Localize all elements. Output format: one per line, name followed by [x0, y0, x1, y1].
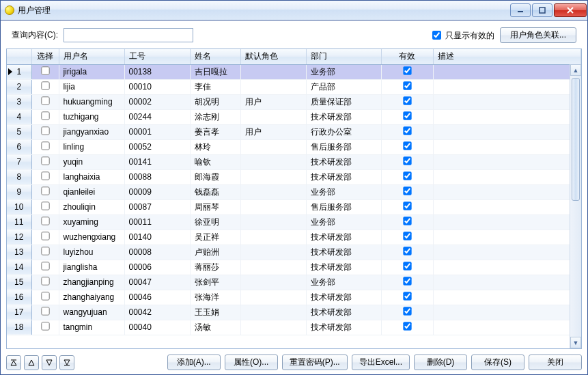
- cell-desc[interactable]: [433, 199, 581, 214]
- cell-role[interactable]: [240, 169, 306, 184]
- cell-valid[interactable]: [381, 320, 433, 335]
- cell-dept[interactable]: 技术研发部: [306, 320, 381, 335]
- row-select-checkbox[interactable]: [41, 202, 49, 210]
- cell-desc[interactable]: [433, 79, 581, 94]
- cell-empno[interactable]: 00042: [124, 305, 190, 320]
- cell-name[interactable]: 姜言孝: [190, 124, 240, 139]
- cell-role[interactable]: [240, 305, 306, 320]
- row-header[interactable]: 3: [7, 94, 31, 109]
- cell-valid[interactable]: [381, 245, 433, 260]
- cell-empno[interactable]: 00001: [124, 124, 190, 139]
- cell-dept[interactable]: 技术研发部: [306, 290, 381, 305]
- cell-role[interactable]: 用户: [240, 124, 306, 139]
- vertical-scrollbar[interactable]: ▲ ▼: [570, 64, 581, 348]
- cell-select[interactable]: [31, 214, 59, 230]
- row-select-checkbox[interactable]: [41, 111, 49, 120]
- cell-username[interactable]: yuqin: [59, 154, 124, 169]
- cell-desc[interactable]: [433, 154, 581, 169]
- cell-name[interactable]: 王玉娟: [190, 305, 240, 320]
- valid-checkbox[interactable]: [403, 292, 411, 300]
- cell-role[interactable]: 用户: [240, 94, 306, 109]
- cell-role[interactable]: [240, 64, 306, 79]
- cell-select[interactable]: [31, 139, 59, 154]
- cell-desc[interactable]: [433, 64, 581, 79]
- reset-password-button[interactable]: 重置密码(P)...: [282, 355, 348, 370]
- cell-empno[interactable]: 00010: [124, 79, 190, 94]
- cell-username[interactable]: tangmin: [59, 320, 124, 335]
- cell-name[interactable]: 郎海霞: [190, 169, 240, 184]
- cell-name[interactable]: 李佳: [190, 79, 240, 94]
- row-select-checkbox[interactable]: [41, 292, 49, 300]
- maximize-button[interactable]: [532, 3, 552, 17]
- row-select-checkbox[interactable]: [41, 141, 49, 150]
- valid-checkbox[interactable]: [403, 156, 411, 165]
- row-header[interactable]: 16: [7, 290, 31, 305]
- users-grid[interactable]: 选择 用户名 工号 姓名 默认角色 部门 有效 描述 1jirigala0013…: [6, 48, 582, 349]
- cell-dept[interactable]: 售后服务部: [306, 139, 381, 154]
- cell-empno[interactable]: 00009: [124, 184, 190, 199]
- row-select-checkbox[interactable]: [41, 232, 49, 240]
- cell-select[interactable]: [31, 320, 59, 335]
- cell-empno[interactable]: 00008: [124, 245, 190, 260]
- row-select-checkbox[interactable]: [41, 247, 49, 255]
- cell-valid[interactable]: [381, 124, 433, 139]
- cell-role[interactable]: [240, 260, 306, 275]
- cell-username[interactable]: zhouliqin: [59, 199, 124, 214]
- cell-empno[interactable]: 00244: [124, 109, 190, 124]
- cell-valid[interactable]: [381, 199, 433, 214]
- row-select-checkbox[interactable]: [41, 262, 49, 270]
- delete-button[interactable]: 删除(D): [414, 355, 467, 370]
- only-valid-checkbox[interactable]: [432, 31, 441, 40]
- cell-role[interactable]: [240, 154, 306, 169]
- cell-empno[interactable]: 00140: [124, 230, 190, 245]
- cell-name[interactable]: 喻钦: [190, 154, 240, 169]
- col-username[interactable]: 用户名: [59, 49, 124, 64]
- properties-button[interactable]: 属性(O)...: [225, 355, 278, 370]
- cell-dept[interactable]: 技术研发部: [306, 245, 381, 260]
- scroll-thumb[interactable]: [572, 78, 580, 201]
- search-input[interactable]: [64, 28, 193, 42]
- row-select-checkbox[interactable]: [41, 307, 49, 315]
- table-row[interactable]: 18tangmin00040汤敏技术研发部: [7, 320, 581, 335]
- cell-valid[interactable]: [381, 230, 433, 245]
- cell-dept[interactable]: 技术研发部: [306, 169, 381, 184]
- cell-dept[interactable]: 业务部: [306, 275, 381, 290]
- scroll-up-arrow[interactable]: ▲: [570, 64, 581, 76]
- table-row[interactable]: 17wangyujuan00042王玉娟技术研发部: [7, 305, 581, 320]
- cell-role[interactable]: [240, 184, 306, 199]
- table-row[interactable]: 16zhanghaiyang00046张海洋技术研发部: [7, 290, 581, 305]
- valid-checkbox[interactable]: [403, 232, 411, 240]
- cell-valid[interactable]: [381, 169, 433, 184]
- nav-first-button[interactable]: [6, 355, 21, 370]
- row-header[interactable]: 18: [7, 320, 31, 335]
- valid-checkbox[interactable]: [403, 96, 411, 105]
- valid-checkbox[interactable]: [403, 262, 411, 270]
- table-row[interactable]: 13luyizhou00008卢贻洲技术研发部: [7, 245, 581, 260]
- cell-role[interactable]: [240, 290, 306, 305]
- cell-select[interactable]: [31, 169, 59, 184]
- cell-desc[interactable]: [433, 94, 581, 109]
- cell-select[interactable]: [31, 275, 59, 290]
- cell-dept[interactable]: 业务部: [306, 214, 381, 230]
- cell-valid[interactable]: [381, 290, 433, 305]
- cell-select[interactable]: [31, 199, 59, 214]
- cell-select[interactable]: [31, 79, 59, 94]
- cell-name[interactable]: 汤敏: [190, 320, 240, 335]
- cell-desc[interactable]: [433, 275, 581, 290]
- cell-username[interactable]: jiangyanxiao: [59, 124, 124, 139]
- valid-checkbox[interactable]: [403, 141, 411, 150]
- cell-desc[interactable]: [433, 305, 581, 320]
- valid-checkbox[interactable]: [403, 247, 411, 255]
- cell-role[interactable]: [240, 139, 306, 154]
- row-header[interactable]: 11: [7, 214, 31, 230]
- cell-role[interactable]: [240, 79, 306, 94]
- cell-dept[interactable]: 业务部: [306, 184, 381, 199]
- cell-name[interactable]: 钱磊磊: [190, 184, 240, 199]
- table-row[interactable]: 11xuyaming00011徐亚明业务部: [7, 214, 581, 230]
- cell-select[interactable]: [31, 184, 59, 199]
- valid-checkbox[interactable]: [403, 307, 411, 315]
- cell-username[interactable]: jirigala: [59, 64, 124, 79]
- cell-empno[interactable]: 00002: [124, 94, 190, 109]
- cell-desc[interactable]: [433, 124, 581, 139]
- valid-checkbox[interactable]: [403, 171, 411, 180]
